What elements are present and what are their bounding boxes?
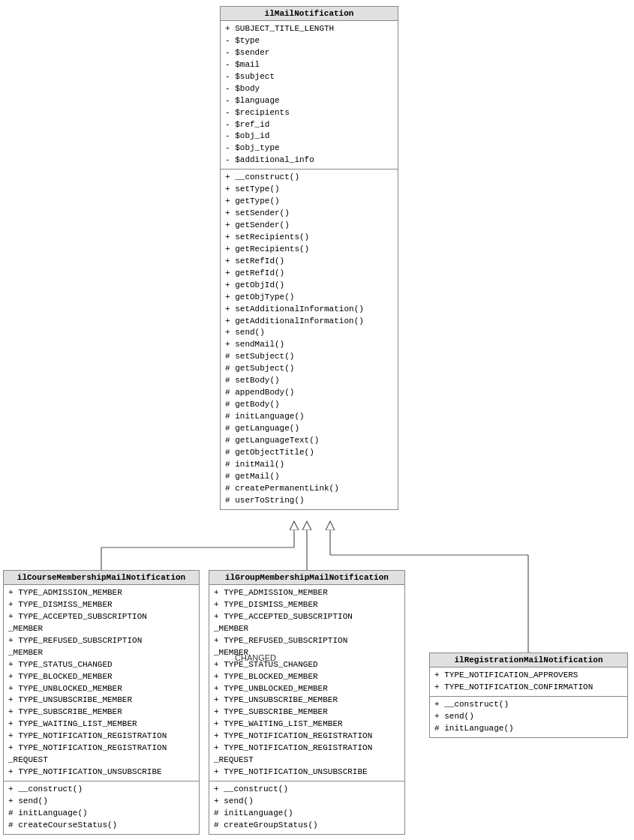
changed-label: CHANGED bbox=[235, 653, 276, 662]
class-title-ilGroupMembership: ilGroupMembershipMailNotification bbox=[209, 571, 404, 585]
class-title-ilMailNotification: ilMailNotification bbox=[221, 7, 398, 21]
class-ilCourseMembershipMailNotification: ilCourseMembershipMailNotification + TYP… bbox=[3, 570, 200, 835]
class-title-ilCourseMembership: ilCourseMembershipMailNotification bbox=[4, 571, 199, 585]
class-ilGroupMembershipMailNotification: ilGroupMembershipMailNotification + TYPE… bbox=[209, 570, 405, 835]
class-methods-ilMailNotification: + __construct() + setType() + getType() … bbox=[221, 170, 398, 508]
class-title-ilRegistration: ilRegistrationMailNotification bbox=[430, 653, 627, 668]
class-ilRegistrationMailNotification: ilRegistrationMailNotification + TYPE_NO… bbox=[429, 652, 628, 738]
class-methods-ilRegistration: + __construct() + send() # initLanguage(… bbox=[430, 697, 627, 737]
class-methods-ilCourse: + __construct() + send() # initLanguage(… bbox=[4, 782, 199, 834]
class-ilMailNotification: ilMailNotification + SUBJECT_TITLE_LENGT… bbox=[220, 6, 398, 510]
class-methods-ilGroup: + __construct() + send() # initLanguage(… bbox=[209, 782, 404, 834]
class-constants-ilRegistration: + TYPE_NOTIFICATION_APPROVERS + TYPE_NOT… bbox=[430, 668, 627, 697]
class-constants-ilGroup: + TYPE_ADMISSION_MEMBER + TYPE_DISMISS_M… bbox=[209, 585, 404, 782]
class-fields-ilMailNotification: + SUBJECT_TITLE_LENGTH - $type - $sender… bbox=[221, 21, 398, 170]
class-constants-ilCourse: + TYPE_ADMISSION_MEMBER + TYPE_DISMISS_M… bbox=[4, 585, 199, 782]
diagram-container: ilMailNotification + SUBJECT_TITLE_LENGT… bbox=[0, 0, 634, 840]
